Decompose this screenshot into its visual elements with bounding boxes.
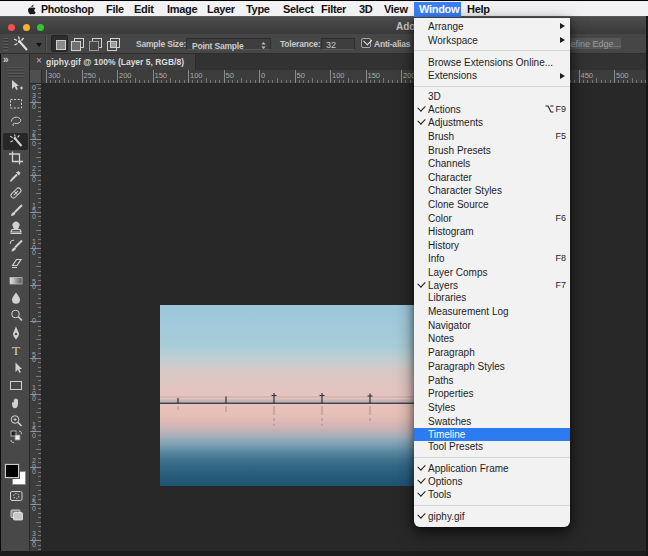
- svg-text:T: T: [12, 343, 20, 358]
